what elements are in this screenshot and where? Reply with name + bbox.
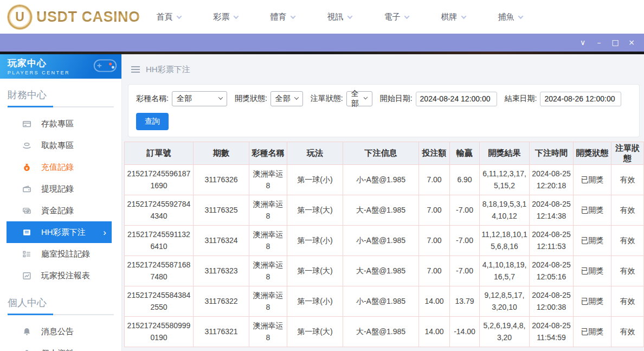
column-header: 玩法: [287, 142, 343, 165]
table-cell: 已開獎: [574, 286, 611, 317]
sidebar-item[interactable]: 個人資料 ›: [0, 342, 121, 351]
player-report-icon: [22, 271, 31, 280]
table-cell: 小-A盤@1.985: [343, 286, 419, 317]
column-header: 下注信息: [343, 142, 419, 165]
table-cell: 澳洲幸运8: [249, 195, 287, 226]
table-cell: 2024-08-25 12:00:38: [530, 286, 574, 317]
nav-item[interactable]: 視訊: [327, 12, 384, 22]
nav-item-label: 捕魚: [498, 12, 514, 22]
table-cell: 7.00: [419, 195, 450, 226]
sidebar-header: 玩家中心 PLAYERS CENTER: [0, 54, 121, 79]
nav-item-label: 彩票: [214, 12, 230, 22]
section-underline: [8, 314, 114, 315]
table-cell: 已開獎: [574, 226, 611, 256]
hamburger-menu-icon[interactable]: [131, 69, 140, 70]
sidebar-item[interactable]: HH彩票下注 ›: [7, 221, 112, 243]
lottery-name-select[interactable]: 全部: [172, 91, 227, 106]
nav-item[interactable]: 彩票: [214, 12, 271, 22]
column-header: 投注額: [419, 142, 450, 165]
nav-item[interactable]: 棋牌: [441, 12, 498, 22]
search-button[interactable]: 查詢: [136, 113, 169, 130]
table-cell: 2152172455809990190: [125, 317, 194, 347]
column-header: 注單狀態: [611, 142, 644, 165]
chevron-down-icon: [347, 14, 352, 19]
minimize-button[interactable]: –: [591, 34, 607, 52]
brand-logo-icon: U: [8, 5, 32, 29]
table-cell: -7.00: [450, 256, 480, 286]
nav-item[interactable]: 電子: [384, 12, 441, 22]
table-row: 215217245592784434031176325澳洲幸运8第一球(大)大-…: [125, 195, 644, 226]
table-cell: 第一球(小): [287, 165, 343, 195]
column-header: 開獎結果: [480, 142, 530, 165]
table-cell: -7.00: [450, 195, 480, 226]
brand-logo[interactable]: U USDT CASINO: [8, 5, 140, 29]
close-button[interactable]: ×: [623, 34, 640, 52]
column-header: 開獎狀態: [574, 142, 611, 165]
sidebar-item[interactable]: 廳室投註記錄 ›: [0, 243, 121, 265]
nav-item[interactable]: 體育: [271, 12, 327, 22]
order-status-select[interactable]: 全部: [346, 91, 372, 106]
table-cell: 澳洲幸运8: [249, 226, 287, 256]
table-cell: 小-A盤@1.985: [343, 165, 419, 195]
profile-icon: [22, 349, 31, 351]
nav-item-label: 首頁: [157, 12, 173, 22]
table-cell: 2152172455961871690: [125, 165, 194, 195]
chevron-down-icon: [290, 14, 295, 19]
table-cell: 澳洲幸运8: [249, 317, 287, 347]
column-header: 彩種名稱: [249, 142, 287, 165]
sidebar-item[interactable]: 取款專區 ›: [0, 135, 121, 156]
table-cell: 有效: [611, 317, 644, 347]
table-cell: 2152172455911326410: [125, 226, 194, 256]
sidebar-item[interactable]: 消息公告 ›: [0, 321, 121, 342]
page-title: HH彩票下注: [146, 65, 190, 75]
table-cell: 8,18,19,5,3,14,10,12: [480, 195, 530, 226]
column-header: 期數: [194, 142, 249, 165]
maximize-button[interactable]: □: [607, 34, 623, 52]
table-cell: 大-A盤@1.985: [343, 256, 419, 286]
table-cell: 31176326: [194, 165, 249, 195]
collapse-window-button[interactable]: ∨: [575, 34, 591, 52]
sidebar-item[interactable]: 提現記錄 ›: [0, 178, 121, 200]
sidebar-item[interactable]: 資金記錄 ›: [0, 200, 121, 221]
withdraw-icon: [22, 141, 31, 150]
table-row: 215217245580999019031176321澳洲幸运8第一球(大)大-…: [125, 317, 644, 347]
recharge-record-icon: ¥: [22, 163, 31, 172]
table-cell: 4,1,10,18,19,16,5,7: [480, 256, 530, 286]
table-cell: 澳洲幸运8: [249, 165, 287, 195]
table-cell: 14.00: [419, 317, 450, 347]
table-cell: 2152172455927844340: [125, 195, 194, 226]
end-date-input[interactable]: [540, 92, 621, 106]
nav-item[interactable]: 捕魚: [498, 12, 555, 22]
table-row: 215217245587168748031176323澳洲幸运8第一球(大)大-…: [125, 256, 644, 286]
table-cell: -7.00: [450, 226, 480, 256]
nav-item[interactable]: 首頁: [157, 12, 214, 22]
window-titlebar: ∨–□×: [0, 34, 644, 52]
table-cell: 31176325: [194, 195, 249, 226]
main-nav: 首頁 彩票 體育 視訊 電子 棋牌 捕魚: [157, 12, 555, 22]
table-cell: 6,11,12,3,17,5,15,2: [480, 165, 530, 195]
column-header: 訂單號: [125, 142, 194, 165]
table-cell: 2024-08-25 12:11:53: [530, 226, 574, 256]
sidebar-item[interactable]: 存款專區 ›: [0, 113, 121, 135]
table-cell: 澳洲幸运8: [249, 256, 287, 286]
table-cell: 有效: [611, 286, 644, 317]
nav-item-label: 體育: [271, 12, 287, 22]
sidebar-item[interactable]: ¥ 充值記錄 ›: [0, 156, 121, 178]
table-cell: 澳洲幸运8: [249, 286, 287, 317]
start-date-input[interactable]: [416, 92, 497, 106]
table-cell: 已開獎: [574, 165, 611, 195]
section-underline: [8, 106, 114, 107]
draw-status-select[interactable]: 全部: [271, 91, 303, 106]
chevron-right-icon: ›: [103, 228, 106, 237]
announcement-icon: [22, 327, 31, 336]
table-cell: 2024-08-25 11:54:59: [530, 317, 574, 347]
sidebar-item[interactable]: 玩家投注報表 ›: [0, 265, 121, 286]
top-navigation-bar: U USDT CASINO 首頁 彩票 體育 視訊 電子 棋牌 捕魚: [0, 0, 644, 34]
table-cell: 第一球(大): [287, 256, 343, 286]
table-cell: 已開獎: [574, 317, 611, 347]
table-cell: 2024-08-25 12:14:38: [530, 195, 574, 226]
table-cell: 2152172455843842550: [125, 286, 194, 317]
table-cell: 2152172455871687480: [125, 256, 194, 286]
table-cell: 14.00: [419, 286, 450, 317]
brand-logo-text: USDT CASINO: [36, 9, 140, 25]
